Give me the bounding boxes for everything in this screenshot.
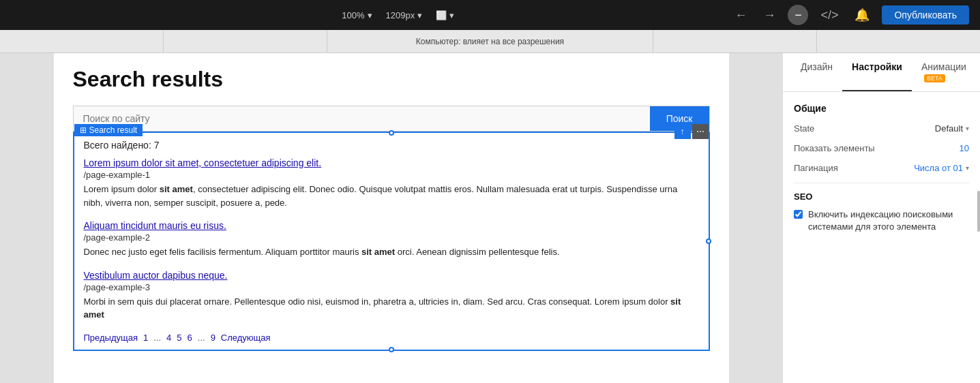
right-panel: Дизайн Настройки Анимации BETA Общие Sta… <box>782 53 980 383</box>
device-icon: ⬜ <box>436 10 447 20</box>
seo-checkbox-label: Включить индексацию поисковыми системами… <box>808 209 969 233</box>
pagination-page-1[interactable]: 1 <box>143 333 148 343</box>
beta-badge: BETA <box>924 74 945 82</box>
state-row: State Default ▾ <box>794 123 969 134</box>
seo-checkbox-row: Включить индексацию поисковыми системами… <box>794 209 969 233</box>
page-title: Search results <box>73 67 710 92</box>
publish-button[interactable]: Опубликовать <box>882 5 969 25</box>
panel-body: Общие State Default ▾ Показать элементы … <box>783 92 980 383</box>
result-excerpt-2: Donec nec justo eget felis facilisis fer… <box>84 245 699 259</box>
pagination-prev[interactable]: Предыдущая <box>84 333 138 343</box>
show-elements-label: Показать элементы <box>794 143 875 153</box>
result-excerpt-3: Morbi in sem quis dui placerat ornare. P… <box>84 295 699 322</box>
pagination-page-6[interactable]: 6 <box>188 333 192 343</box>
device-control[interactable]: ⬜ ▾ <box>436 10 454 20</box>
seo-section-title: SEO <box>794 192 969 202</box>
state-label: State <box>794 123 814 134</box>
result-path-2: /page-example-2 <box>84 232 699 243</box>
main-layout: Search results Поиск ⊞ Search result ↑ ⋯… <box>0 53 980 383</box>
viewport-chevron: ▾ <box>417 10 422 20</box>
result-path-3: /page-example-3 <box>84 282 699 292</box>
state-value[interactable]: Default ▾ <box>935 123 969 134</box>
result-item-3: Vestibulum auctor dapibus neque. /page-e… <box>84 270 699 322</box>
search-bar: Поиск <box>73 106 710 132</box>
undo-button[interactable]: ← <box>730 5 751 25</box>
result-link-1[interactable]: Lorem ipsum dolor sit amet, consectetuer… <box>84 157 699 168</box>
total-found: Всего найдено: 7 <box>84 140 699 151</box>
pagination-chevron: ▾ <box>966 164 969 172</box>
search-results-container: ⊞ Search result ↑ ⋯ Всего найдено: 7 Lor… <box>73 132 710 351</box>
result-more-button[interactable]: ⋯ <box>692 124 709 139</box>
pagination-dots-2: ... <box>198 333 205 343</box>
pagination-value[interactable]: Числа от 01 ▾ <box>914 163 969 173</box>
result-item-1: Lorem ipsum dolor sit amet, consectetuer… <box>84 157 699 209</box>
pagination-label: Пагинация <box>794 163 838 173</box>
handle-top[interactable] <box>389 130 394 136</box>
general-section-title: Общие <box>794 103 969 114</box>
pagination-next[interactable]: Следующая <box>221 333 271 343</box>
zoom-chevron: ▾ <box>368 10 372 20</box>
tab-design[interactable]: Дизайн <box>791 53 842 91</box>
pagination-page-9[interactable]: 9 <box>211 333 216 343</box>
handle-right[interactable] <box>706 239 711 244</box>
pagination-dots-1: ... <box>153 333 161 343</box>
result-item-2: Aliquam tincidunt mauris eu risus. /page… <box>84 220 699 259</box>
redo-button[interactable]: → <box>759 5 779 25</box>
viewport-control[interactable]: 1209px ▾ <box>386 10 423 20</box>
pagination-page-5[interactable]: 5 <box>177 333 181 343</box>
canvas-content: Search results Поиск ⊞ Search result ↑ ⋯… <box>54 53 729 383</box>
tab-settings[interactable]: Настройки <box>842 53 912 91</box>
tab-animations[interactable]: Анимации BETA <box>912 53 976 91</box>
panel-scrollbar[interactable] <box>977 191 980 232</box>
pagination-row: Пагинация Числа от 01 ▾ <box>794 163 969 173</box>
panel-tabs: Дизайн Настройки Анимации BETA <box>783 53 980 92</box>
responsive-item-main[interactable]: Компьютер: влияет на все разрешения <box>327 30 654 52</box>
show-elements-value[interactable]: 10 <box>960 143 969 153</box>
toolbar-right: ← → − </> 🔔 Опубликовать <box>730 5 969 25</box>
zoom-value: 100% <box>342 10 364 20</box>
responsive-item-4[interactable] <box>653 30 817 52</box>
panel-divider <box>794 183 969 183</box>
responsive-item-1[interactable] <box>0 30 164 52</box>
grid-icon: ⊞ <box>80 125 87 135</box>
code-button[interactable]: </> <box>816 5 842 25</box>
responsive-item-5[interactable] <box>817 30 980 52</box>
zoom-control[interactable]: 100% ▾ <box>342 10 372 20</box>
search-input[interactable] <box>74 106 650 131</box>
result-link-3[interactable]: Vestibulum auctor dapibus neque. <box>84 270 699 281</box>
viewport-value: 1209px <box>386 10 415 20</box>
responsive-bar: Компьютер: влияет на все разрешения <box>0 30 980 53</box>
pagination: Предыдущая 1 ... 4 5 6 ... 9 Следующая <box>84 333 699 343</box>
minus-button[interactable]: − <box>788 5 808 25</box>
canvas-area: Search results Поиск ⊞ Search result ↑ ⋯… <box>0 53 782 383</box>
result-excerpt-1: Lorem ipsum dolor sit amet, consectetuer… <box>84 183 699 209</box>
result-controls: ↑ ⋯ <box>674 124 709 139</box>
result-up-button[interactable]: ↑ <box>674 124 691 139</box>
result-link-2[interactable]: Aliquam tincidunt mauris eu risus. <box>84 220 699 231</box>
result-path-1: /page-example-1 <box>84 170 699 180</box>
toolbar: 100% ▾ 1209px ▾ ⬜ ▾ ← → − </> 🔔 Опублико… <box>0 0 980 30</box>
handle-bottom[interactable] <box>389 347 394 352</box>
seo-checkbox[interactable] <box>794 210 803 219</box>
pagination-page-4[interactable]: 4 <box>166 333 171 343</box>
bell-button[interactable]: 🔔 <box>850 5 874 25</box>
responsive-item-2[interactable] <box>164 30 327 52</box>
state-chevron: ▾ <box>966 125 969 132</box>
device-chevron: ▾ <box>449 10 454 20</box>
show-elements-row: Показать элементы 10 <box>794 143 969 153</box>
search-result-label: ⊞ Search result <box>74 124 143 136</box>
toolbar-center: 100% ▾ 1209px ▾ ⬜ ▾ <box>342 10 454 20</box>
